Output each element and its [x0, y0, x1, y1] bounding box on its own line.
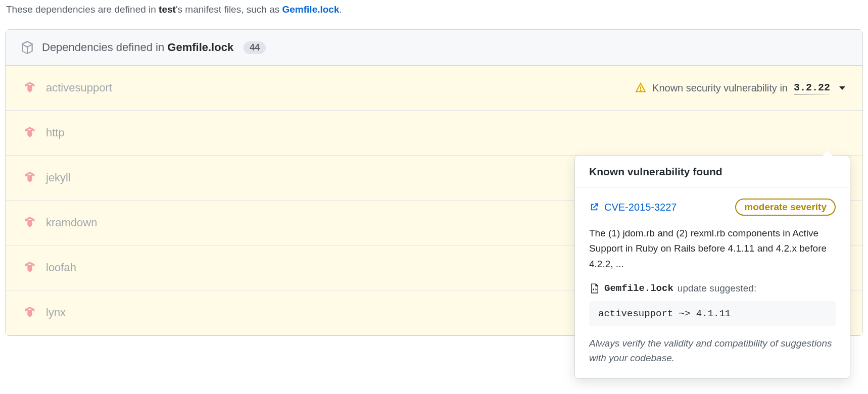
alert-icon — [635, 82, 646, 93]
severity-badge: moderate severity — [735, 199, 836, 216]
dep-name: activesupport — [46, 81, 112, 94]
vulnerability-popover: Known vulnerability found CVE-2015-3227 … — [574, 155, 850, 379]
disclaimer-text: Always verify the validity and compatibi… — [589, 336, 836, 365]
file-code-icon — [589, 283, 600, 294]
intro-prefix: These dependencies are defined in — [6, 4, 159, 15]
cve-id: CVE-2015-3227 — [604, 202, 677, 213]
manifest-link[interactable]: Gemfile.lock — [282, 4, 340, 15]
update-code: activesupport ~> 4.1.11 — [589, 301, 836, 326]
dep-name: loofah — [46, 261, 76, 274]
dep-name: http — [46, 126, 65, 139]
panel-filename: Gemfile.lock — [167, 41, 233, 54]
external-link-icon — [589, 202, 599, 212]
intro-text: These dependencies are defined in test's… — [0, 0, 868, 29]
dep-row-http[interactable]: http — [6, 111, 862, 156]
intro-mid: 's manifest files, such as — [176, 4, 282, 15]
suggest-filename: Gemfile.lock — [604, 283, 673, 294]
dep-name: lynx — [46, 306, 66, 319]
vuln-version: 3.2.22 — [794, 82, 830, 94]
dep-name: kramdown — [46, 216, 97, 229]
svg-point-1 — [640, 90, 641, 91]
panel-header: Dependencies defined in Gemfile.lock 44 — [6, 30, 862, 66]
cve-link[interactable]: CVE-2015-3227 — [589, 202, 677, 213]
dep-count-badge: 44 — [244, 41, 266, 54]
intro-suffix: . — [340, 4, 342, 15]
repo-name: test — [159, 4, 176, 15]
rubygem-icon — [23, 261, 37, 275]
dependencies-panel: Dependencies defined in Gemfile.lock 44 … — [5, 29, 863, 336]
dep-name: jekyll — [46, 171, 71, 184]
package-icon — [21, 41, 34, 54]
rubygem-icon — [23, 216, 37, 230]
rubygem-icon — [23, 171, 37, 185]
rubygem-icon — [23, 126, 37, 140]
vuln-text: Known security vulnerability in — [652, 82, 788, 94]
cve-description: The (1) jdom.rb and (2) rexml.rb compone… — [589, 226, 836, 272]
update-suggestion-label: Gemfile.lock update suggested: — [589, 283, 836, 294]
panel-title: Dependencies defined in Gemfile.lock — [42, 41, 233, 54]
dep-row-activesupport[interactable]: activesupport Known security vulnerabili… — [6, 66, 862, 111]
chevron-down-icon — [839, 86, 845, 90]
rubygem-icon — [23, 81, 37, 95]
popover-title: Known vulnerability found — [575, 156, 850, 187]
vuln-indicator[interactable]: Known security vulnerability in 3.2.22 — [635, 82, 845, 94]
rubygem-icon — [23, 306, 37, 320]
